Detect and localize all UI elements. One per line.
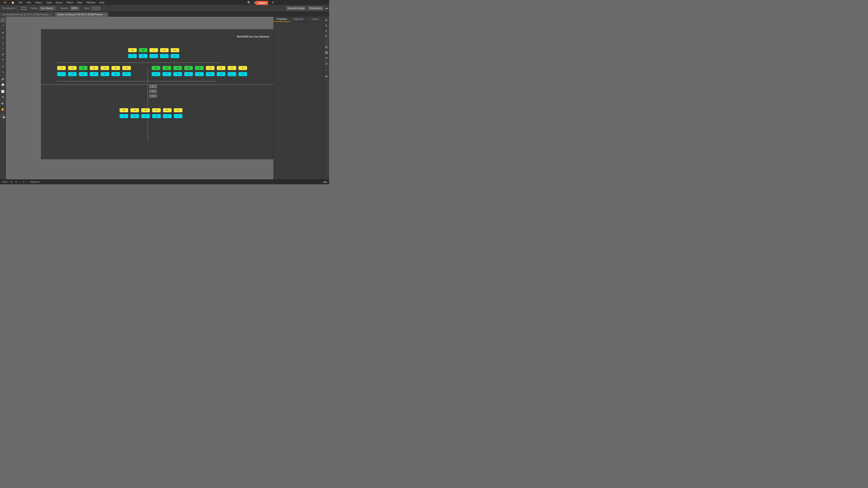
rotate-tool[interactable]: ↻: [0, 64, 5, 69]
artboard-tool[interactable]: ⬜: [0, 89, 5, 94]
menu-object[interactable]: Object: [33, 1, 44, 4]
menu-ai[interactable]: Ai: [2, 0, 9, 5]
node-c1[interactable]: DB: [128, 54, 137, 58]
mgn4[interactable]: API: [174, 66, 182, 70]
mcn11[interactable]: DB: [184, 72, 193, 76]
myn8[interactable]: API: [217, 66, 225, 70]
mid-api[interactable]: API: [149, 85, 157, 88]
menu-file[interactable]: File: [17, 1, 24, 4]
myn9[interactable]: API: [228, 66, 236, 70]
rect-tool[interactable]: □: [0, 46, 5, 51]
menu-select[interactable]: Select: [54, 1, 64, 4]
canvas-area[interactable]: MOOVPAD Gen User Backend API API UI Link…: [6, 17, 274, 180]
bcn4[interactable]: DB: [152, 114, 161, 118]
byn5[interactable]: API: [163, 108, 172, 112]
myn1[interactable]: API: [57, 66, 66, 70]
mcn10[interactable]: DB: [174, 72, 182, 76]
mgn6[interactable]: API: [195, 66, 204, 70]
mcn5[interactable]: DB: [101, 72, 109, 76]
type-tool[interactable]: T: [0, 35, 5, 40]
node-c5[interactable]: DB: [170, 54, 179, 58]
myn6[interactable]: API: [122, 66, 131, 70]
selection-tool[interactable]: ↖: [0, 18, 5, 23]
hand-tool[interactable]: ✋: [0, 107, 5, 112]
menu-type[interactable]: Type: [44, 1, 54, 4]
node-y2[interactable]: UI: [149, 48, 158, 52]
paintbrush-tool[interactable]: 🖌: [0, 52, 5, 57]
node-y3[interactable]: Link: [160, 48, 168, 52]
myn3[interactable]: API: [90, 66, 98, 70]
mcn12[interactable]: DB: [195, 72, 204, 76]
scale-tool[interactable]: ⤡: [0, 70, 5, 74]
mcn4[interactable]: DB: [90, 72, 98, 76]
right-panel-export[interactable]: ↑: [324, 68, 329, 73]
mcn9[interactable]: DB: [162, 72, 171, 76]
mgn5[interactable]: API: [184, 66, 193, 70]
right-panel-expand[interactable]: ≫: [324, 18, 329, 23]
mid-db2[interactable]: DB: [149, 94, 157, 98]
tab-functional-screens[interactable]: functionalScreens.ai @ 100 % (RGB/Previe…: [0, 12, 54, 17]
menu-view[interactable]: View: [75, 1, 84, 4]
direct-selection-tool[interactable]: ↗: [0, 23, 5, 28]
panel-tab-layers[interactable]: Layers: [307, 17, 323, 22]
byn3[interactable]: API: [141, 108, 150, 112]
right-panel-circle[interactable]: ◎: [324, 61, 329, 66]
blend-tool[interactable]: ⬤: [0, 82, 5, 87]
myn10[interactable]: API: [239, 66, 247, 70]
node-y4[interactable]: Node: [170, 48, 179, 52]
mcn1[interactable]: DB: [57, 72, 66, 76]
right-panel-info[interactable]: ℹ: [324, 23, 329, 28]
myn4[interactable]: API: [101, 66, 109, 70]
cloud-icon[interactable]: ☁: [325, 6, 328, 10]
right-panel-char[interactable]: ¶: [324, 34, 329, 39]
tab-close-2[interactable]: ✕: [104, 13, 106, 16]
node-c3[interactable]: DB: [149, 54, 158, 58]
right-panel-link[interactable]: ⛓: [324, 45, 329, 50]
search-icon[interactable]: 🔍: [247, 1, 251, 4]
fill-swatch[interactable]: [17, 7, 21, 10]
node-g1[interactable]: API: [139, 48, 147, 52]
node-c4[interactable]: DB: [160, 54, 168, 58]
menu-edit[interactable]: Edit: [25, 1, 33, 4]
myn2[interactable]: API: [68, 66, 76, 70]
menu-window[interactable]: Window: [85, 1, 97, 4]
tab-system-schema[interactable]: System Schema.ai* 00 100 % (RGB/Preview)…: [55, 12, 108, 17]
line-tool[interactable]: ╲: [0, 41, 5, 46]
opacity-input[interactable]: [70, 6, 79, 10]
mgn2[interactable]: API: [152, 66, 160, 70]
byn4[interactable]: API: [152, 108, 161, 112]
more-tools[interactable]: ···: [0, 121, 5, 126]
mcn15[interactable]: DB: [228, 72, 236, 76]
bcn3[interactable]: DB: [141, 114, 150, 118]
right-panel-transform[interactable]: ⟲: [324, 56, 329, 61]
byn2[interactable]: API: [130, 108, 139, 112]
node-c2[interactable]: DB: [139, 54, 147, 58]
close-icon[interactable]: ✕: [270, 1, 275, 4]
bcn5[interactable]: DB: [163, 114, 172, 118]
right-panel-type[interactable]: A: [324, 29, 329, 33]
document-setup-button[interactable]: Document Setup: [286, 6, 306, 10]
minimize-icon[interactable]: —: [258, 1, 263, 4]
fill-tool[interactable]: [0, 114, 5, 119]
bcn1[interactable]: DB: [120, 114, 128, 118]
zoom-fit-icon[interactable]: ⊡: [15, 181, 17, 183]
eyedropper-tool[interactable]: 💉: [0, 76, 5, 82]
arrange-icon[interactable]: ⊞: [253, 1, 257, 4]
mcn7[interactable]: DB: [122, 72, 131, 76]
mcn13[interactable]: DB: [206, 72, 215, 76]
right-panel-cloud[interactable]: ☁: [324, 73, 329, 78]
preferences-button[interactable]: Preferences: [308, 6, 323, 10]
mcn8[interactable]: DB: [152, 72, 160, 76]
slice-tool[interactable]: ⊕: [0, 94, 5, 99]
byn6[interactable]: API: [174, 108, 182, 112]
stroke-swatch[interactable]: [22, 7, 26, 10]
pencil-tool[interactable]: ✏: [0, 57, 5, 62]
right-panel-img[interactable]: 🖼: [324, 50, 329, 55]
pen-tool[interactable]: ✒: [0, 30, 5, 35]
mgn1[interactable]: API: [79, 66, 88, 70]
panel-tab-properties[interactable]: Properties: [274, 17, 290, 22]
panel-tab-artboards[interactable]: Artboards: [290, 17, 307, 22]
zoom-tool[interactable]: 🔍: [0, 101, 5, 106]
mgn3[interactable]: API: [162, 66, 171, 70]
tab-close-1[interactable]: ✕: [50, 13, 52, 16]
